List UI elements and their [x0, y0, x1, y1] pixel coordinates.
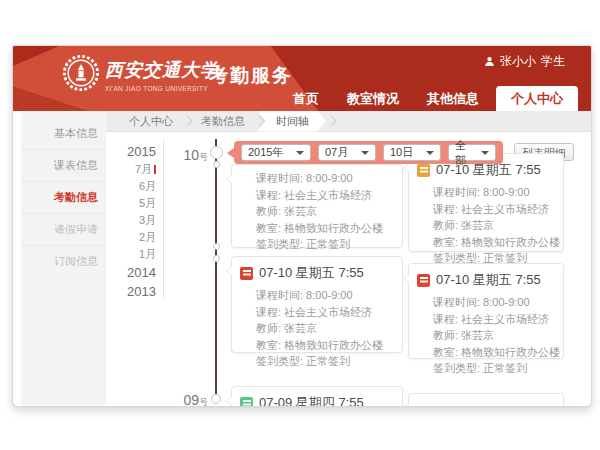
month-dropdown[interactable]: 07月	[318, 144, 376, 161]
timeline-nav-february[interactable]: 2月	[104, 229, 156, 246]
attendance-card: 07-10 星期五 7:55 课程时间: 8:00-9:00 课程: 社会主义市…	[408, 153, 564, 252]
user-role: 学生	[541, 53, 565, 70]
timeline-nav-june[interactable]: 6月	[104, 178, 156, 195]
sidebar-item-attendance-info[interactable]: 考勤信息	[21, 182, 106, 214]
timeline-nav-2014[interactable]: 2014	[104, 263, 156, 282]
timeline-year-nav: 2015 7月 6月 5月 3月 2月 1月 2014 2013	[104, 142, 156, 301]
timeline-day-label-09: 09号	[168, 391, 208, 407]
year-dropdown[interactable]: 2015年	[241, 144, 311, 161]
breadcrumb-personal-center[interactable]: 个人中心	[120, 111, 182, 132]
date-filter-bar: 2015年 07月 10日 全部	[234, 141, 503, 164]
sidebar: 基本信息 课表信息 考勤信息 请假申请 订阅信息	[21, 111, 106, 405]
timeline-nav-july[interactable]: 7月	[104, 161, 156, 178]
caret-down-icon	[361, 151, 369, 155]
card-header: 07-10 星期五 7:55	[232, 257, 402, 284]
nav-item-home[interactable]: 首页	[282, 86, 330, 111]
card-header: 07-09 星期四 7:55	[232, 387, 402, 407]
timeline-nav-may[interactable]: 5月	[104, 195, 156, 212]
nav-item-classrooms[interactable]: 教室情况	[336, 86, 410, 111]
user-name: 张小小	[500, 53, 536, 70]
attendance-app-window: 西安交通大学 XI'AN JIAO TONG UNIVERSITY 考勤服务 张…	[12, 45, 592, 407]
timeline-node[interactable]	[211, 394, 221, 404]
card-header: 07-10 星期五 7:55	[409, 264, 563, 291]
breadcrumb: 个人中心 考勤信息 时间轴	[106, 111, 591, 132]
chevron-right-icon	[181, 115, 192, 126]
breadcrumb-timeline[interactable]: 时间轴	[257, 111, 326, 132]
caret-down-icon	[426, 151, 434, 155]
attendance-card: 课程时间: 8:00-9:00 课程: 社会主义市场经济 教师: 张芸京 教室:…	[231, 164, 403, 248]
university-name-cn: 西安交通大学	[105, 58, 219, 82]
timeline-nav-divider	[163, 139, 164, 299]
timeline-nav-2013[interactable]: 2013	[104, 282, 156, 301]
day-dropdown[interactable]: 10日	[383, 144, 441, 161]
caret-down-icon	[481, 151, 489, 155]
current-month-marker	[154, 165, 156, 174]
university-logo-icon	[62, 54, 100, 92]
calendar-icon	[417, 274, 430, 287]
person-icon	[484, 56, 495, 67]
app-header: 西安交通大学 XI'AN JIAO TONG UNIVERSITY 考勤服务 张…	[13, 46, 591, 111]
type-dropdown[interactable]: 全部	[448, 144, 496, 161]
calendar-icon	[240, 267, 253, 280]
timeline-nav-january[interactable]: 1月	[104, 246, 156, 263]
sidebar-item-leave-request[interactable]: 请假申请	[21, 214, 106, 246]
university-name-en: XI'AN JIAO TONG UNIVERSITY	[105, 85, 208, 92]
attendance-card: 07-10 星期五 7:55 课程时间: 8:00-9:00 课程: 社会主义市…	[231, 256, 403, 353]
timeline-day-label-10: 10号	[168, 146, 208, 164]
attendance-card-partial: 07-09 星期四 7:55	[231, 386, 403, 407]
attendance-card: 07-10 星期五 7:55 课程时间: 8:00-9:00 课程: 社会主义市…	[408, 263, 564, 359]
timeline-node[interactable]	[213, 243, 220, 250]
timeline-node[interactable]	[213, 255, 220, 262]
sidebar-item-schedule-info[interactable]: 课表信息	[21, 150, 106, 182]
nav-item-personal-center[interactable]: 个人中心	[496, 86, 578, 111]
chevron-right-icon	[325, 115, 336, 126]
user-menu[interactable]: 张小小 学生	[484, 53, 565, 70]
breadcrumb-attendance-info[interactable]: 考勤信息	[192, 111, 254, 132]
sidebar-item-basic-info[interactable]: 基本信息	[21, 118, 106, 150]
screenshot-canvas: 西安交通大学 XI'AN JIAO TONG UNIVERSITY 考勤服务 张…	[0, 0, 600, 450]
nav-item-other-info[interactable]: 其他信息	[416, 86, 490, 111]
sidebar-item-subscription-info[interactable]: 订阅信息	[21, 246, 106, 277]
timeline-node[interactable]	[210, 146, 223, 159]
calendar-icon	[240, 397, 253, 408]
attendance-card-partial	[408, 393, 564, 407]
calendar-icon	[417, 164, 430, 177]
main-nav: 首页 教室情况 其他信息 个人中心	[276, 86, 578, 111]
timeline-spine	[215, 139, 217, 404]
timeline-node[interactable]	[213, 161, 220, 168]
timeline-nav-2015[interactable]: 2015	[104, 142, 156, 161]
timeline-nav-march[interactable]: 3月	[104, 212, 156, 229]
caret-down-icon	[296, 151, 304, 155]
